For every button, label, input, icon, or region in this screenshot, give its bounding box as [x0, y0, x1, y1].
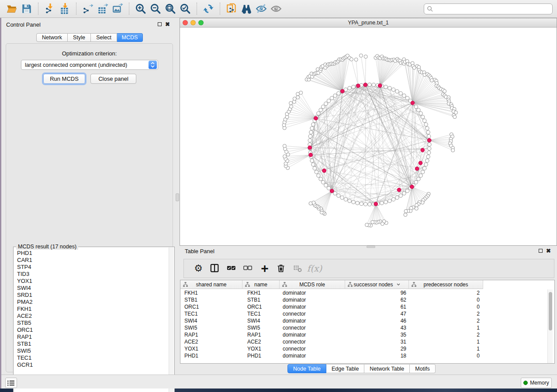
add-column-button[interactable]: + — [256, 261, 273, 276]
table-options-gear-button[interactable]: ⚙ — [190, 261, 207, 276]
tab-edge-table[interactable]: Edge Table — [326, 364, 364, 373]
list-icon — [7, 380, 15, 386]
table-cell: 1 — [411, 324, 485, 331]
column-header-successor-nodes[interactable]: successor nodes — [345, 280, 409, 289]
show-graphics-details-button[interactable] — [269, 2, 284, 16]
mcds-result-item[interactable]: YOX1 — [17, 278, 169, 285]
zoom-in-icon — [135, 3, 146, 14]
tab-network[interactable]: Network — [36, 33, 68, 42]
network-canvas[interactable] — [180, 28, 557, 245]
import-network-icon — [44, 3, 55, 14]
search-box[interactable] — [424, 3, 553, 14]
close-panel-icon[interactable]: ✖ — [165, 22, 170, 26]
table-row[interactable]: SWI5SWI5connector431 — [180, 324, 485, 331]
network-graph[interactable] — [180, 28, 557, 245]
export-network-button[interactable] — [80, 2, 95, 16]
table-cell: PHD1 — [180, 352, 243, 359]
optimization-criterion-select[interactable]: largest connected component (undirected) — [21, 60, 158, 70]
table-cell: 2 — [411, 317, 485, 324]
refresh-view-button[interactable] — [201, 2, 216, 16]
table-row[interactable]: ACE2ACE2connector311 — [180, 338, 485, 345]
search-input[interactable] — [435, 6, 550, 12]
mcds-result-item[interactable]: PHD1 — [17, 250, 169, 257]
mcds-result-item[interactable]: ORC1 — [17, 327, 169, 334]
mcds-result-item[interactable]: TEC1 — [17, 354, 169, 361]
fit-content-button[interactable] — [163, 2, 178, 16]
column-header-name[interactable]: name — [242, 280, 280, 289]
tab-style[interactable]: Style — [68, 33, 91, 42]
mcds-result-item[interactable]: STP4 — [17, 264, 169, 271]
column-header-predecessor-nodes[interactable]: predecessor nodes — [409, 280, 483, 289]
table-row[interactable]: STB1STB1dominator620 — [180, 296, 485, 303]
delete-column-button[interactable] — [273, 261, 290, 276]
tab-motifs[interactable]: Motifs — [410, 364, 435, 373]
mcds-result-item[interactable]: STB5 — [17, 320, 169, 327]
tab-mcds[interactable]: MCDS — [117, 33, 143, 42]
mcds-list-scrollbar[interactable] — [169, 248, 174, 392]
export-table-button[interactable] — [95, 2, 110, 16]
tab-node-table[interactable]: Node Table — [287, 364, 326, 373]
hide-graphics-details-button[interactable] — [254, 2, 269, 16]
table-row[interactable]: ORC1ORC1dominator610 — [180, 303, 485, 310]
delete-table-button[interactable] — [290, 261, 306, 276]
close-panel-icon[interactable]: ✖ — [546, 249, 551, 253]
save-session-button[interactable] — [19, 2, 34, 16]
table-vertical-scrollbar[interactable] — [547, 289, 553, 364]
network-window-titlebar[interactable]: YPA_prune.txt_1 — [180, 18, 557, 28]
tab-network-table[interactable]: Network Table — [364, 364, 410, 373]
export-network-icon — [82, 3, 93, 14]
mcds-result-item[interactable]: TID3 — [17, 271, 169, 278]
table-cell: 43 — [346, 324, 411, 331]
table-cell: 62 — [346, 296, 411, 303]
memory-label: Memory — [530, 380, 549, 386]
mcds-result-item[interactable]: SWI5 — [17, 347, 169, 354]
table-row[interactable]: RAP1RAP1dominator352 — [180, 331, 485, 338]
column-header-shared-name[interactable]: shared name — [180, 280, 242, 289]
mcds-result-item[interactable]: ACE2 — [17, 313, 169, 320]
zoom-in-button[interactable] — [133, 2, 148, 16]
show-columns-button[interactable] — [207, 261, 223, 276]
table-row[interactable]: SWI4SWI4dominator462 — [180, 317, 485, 324]
open-file-button[interactable] — [4, 2, 19, 16]
vertical-splitter-handle[interactable] — [176, 193, 179, 201]
column-header-label: name — [254, 282, 267, 288]
table-cell: ORC1 — [243, 303, 280, 310]
import-network-button[interactable] — [42, 2, 57, 16]
run-mcds-button[interactable]: Run MCDS — [43, 74, 85, 84]
table-row[interactable]: YOX1YOX1connector291 — [180, 345, 485, 352]
deselect-all-rows-button[interactable] — [240, 261, 256, 276]
table-row[interactable]: FKH1FKH1dominator962 — [180, 289, 485, 296]
mcds-result-item[interactable]: SRD1 — [17, 292, 169, 299]
zoom-out-button[interactable] — [148, 2, 163, 16]
select-all-rows-button[interactable] — [223, 261, 240, 276]
mcds-result-item[interactable]: SWI4 — [17, 285, 169, 292]
table-cell: dominator — [280, 303, 346, 310]
close-panel-button[interactable]: Close panel — [90, 74, 136, 84]
export-image-button[interactable] — [110, 2, 125, 16]
memory-button[interactable]: Memory — [521, 378, 552, 388]
table-row[interactable]: PHD1PHD1dominator180 — [180, 352, 485, 359]
mcds-result-item[interactable]: FKH1 — [17, 306, 169, 313]
binoculars-button[interactable] — [239, 2, 254, 16]
mcds-result-list[interactable]: PHD1CAR1STP4TID3YOX1SWI4SRD1PMA2FKH1ACE2… — [14, 248, 169, 392]
node-table[interactable]: shared namenameMCDS rolesuccessor nodesp… — [180, 280, 555, 364]
column-header-MCDS-role[interactable]: MCDS role — [280, 280, 345, 289]
apply-function-button[interactable]: f(x) — [306, 261, 323, 276]
table-cell: 29 — [346, 345, 411, 352]
task-history-button[interactable] — [5, 378, 17, 388]
mcds-result-item[interactable]: RAP1 — [17, 334, 169, 340]
table-row[interactable]: TEC1TEC1connector472 — [180, 310, 485, 317]
mcds-result-item[interactable]: CAR1 — [17, 257, 169, 264]
network-from-document-button[interactable] — [224, 2, 239, 16]
zoom-selected-button[interactable] — [178, 2, 193, 16]
mcds-result-item[interactable]: PMA2 — [17, 299, 169, 306]
tab-select[interactable]: Select — [91, 33, 117, 42]
table-cell: dominator — [280, 317, 346, 324]
import-table-button[interactable] — [57, 2, 72, 16]
float-panel-icon[interactable] — [158, 22, 162, 26]
table-cell: 61 — [346, 303, 411, 310]
mcds-result-item[interactable]: STB1 — [17, 340, 169, 347]
float-panel-icon[interactable] — [539, 249, 543, 253]
mcds-result-item[interactable]: GCR1 — [17, 361, 169, 368]
scrollbar-thumb[interactable] — [549, 292, 552, 330]
